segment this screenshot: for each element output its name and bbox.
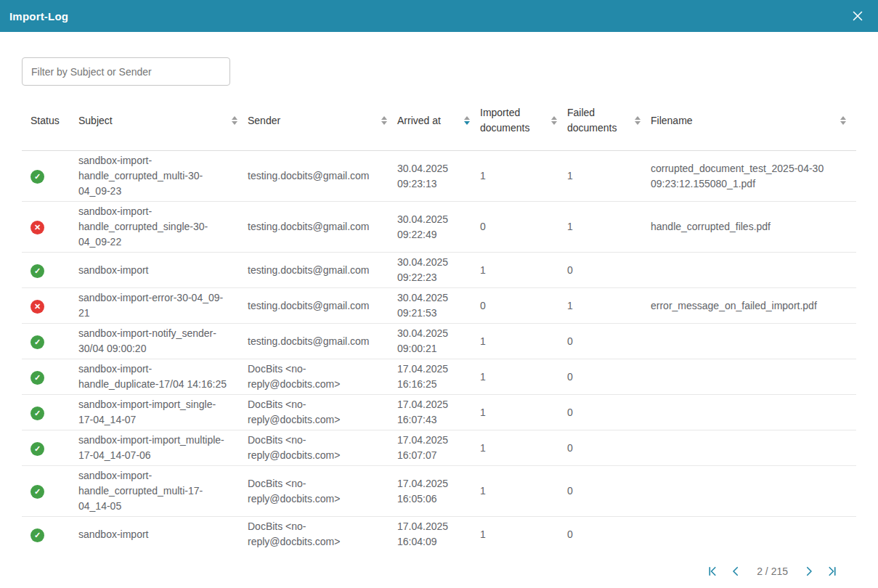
cell-filename <box>651 430 856 466</box>
cell-sender: DocBits <no-reply@docbits.com> <box>248 466 397 517</box>
cell-filename <box>651 253 856 288</box>
column-label: Arrived at <box>397 113 441 128</box>
column-label: Filename <box>651 113 693 128</box>
cell-imported-documents: 1 <box>480 324 567 359</box>
import-log-table: StatusSubjectSenderArrived atImported do… <box>22 91 856 552</box>
cell-failed-documents: 0 <box>567 253 651 288</box>
cell-sender: testing.docbits@gmail.com <box>248 324 397 359</box>
cell-imported-documents: 0 <box>480 288 567 324</box>
table-header-row: StatusSubjectSenderArrived atImported do… <box>22 91 856 151</box>
column-header-failed-documents[interactable]: Failed documents <box>567 91 651 151</box>
cell-subject: sandbox-import <box>78 517 248 552</box>
status-success-icon: ✓ <box>31 170 44 184</box>
sort-icon[interactable] <box>464 116 470 125</box>
cell-imported-documents: 1 <box>480 395 567 430</box>
status-error-icon: ✕ <box>31 221 44 234</box>
cell-sender: DocBits <no-reply@docbits.com> <box>248 359 397 395</box>
cell-imported-documents: 1 <box>480 253 567 288</box>
cell-filename: handle_corrupted_files.pdf <box>651 202 856 253</box>
cell-sender: testing.docbits@gmail.com <box>248 253 397 288</box>
last-page-button[interactable] <box>823 562 842 581</box>
sort-icon[interactable] <box>840 116 846 125</box>
cell-status: ✕ <box>22 202 78 253</box>
column-header-filename[interactable]: Filename <box>651 91 856 151</box>
cell-status: ✓ <box>22 395 78 430</box>
cell-failed-documents: 0 <box>567 324 651 359</box>
first-page-button[interactable] <box>703 562 722 581</box>
cell-sender: DocBits <no-reply@docbits.com> <box>248 430 397 466</box>
cell-sender: testing.docbits@gmail.com <box>248 151 397 202</box>
status-success-icon: ✓ <box>31 442 44 456</box>
sort-icon[interactable] <box>381 116 387 125</box>
column-label: Status <box>31 113 60 128</box>
filter-input[interactable] <box>22 57 230 86</box>
table-row: ✓sandbox-import-import_single-17-04_14-0… <box>22 395 856 430</box>
cell-status: ✓ <box>22 253 78 288</box>
modal-title: Import-Log <box>9 10 68 23</box>
sort-icon[interactable] <box>635 116 641 125</box>
cell-arrived-at: 17.04.2025 16:04:09 <box>397 517 480 552</box>
cell-status: ✓ <box>22 359 78 395</box>
cell-sender: testing.docbits@gmail.com <box>248 202 397 253</box>
column-header-imported-documents[interactable]: Imported documents <box>480 91 567 151</box>
cell-arrived-at: 17.04.2025 16:07:07 <box>397 430 480 466</box>
sort-icon[interactable] <box>551 116 557 125</box>
cell-filename <box>651 517 856 552</box>
cell-imported-documents: 1 <box>480 517 567 552</box>
table-row: ✕sandbox-import-handle_corrupted_single-… <box>22 202 856 253</box>
cell-failed-documents: 0 <box>567 466 651 517</box>
cell-status: ✓ <box>22 151 78 202</box>
cell-subject: sandbox-import-import_single-17-04_14-07 <box>78 395 248 430</box>
cell-filename <box>651 359 856 395</box>
cell-sender: testing.docbits@gmail.com <box>248 288 397 324</box>
cell-arrived-at: 30.04.2025 09:22:49 <box>397 202 480 253</box>
table-row: ✓sandbox-import-handle_duplicate-17/04 1… <box>22 359 856 395</box>
cell-failed-documents: 0 <box>567 430 651 466</box>
table-row: ✓sandbox-importtesting.docbits@gmail.com… <box>22 253 856 288</box>
cell-subject: sandbox-import-handle_corrupted_multi-17… <box>78 466 248 517</box>
column-header-arrived-at[interactable]: Arrived at <box>397 91 480 151</box>
table-row: ✓sandbox-importDocBits <no-reply@docbits… <box>22 517 856 552</box>
cell-subject: sandbox-import-import_multiple-17-04_14-… <box>78 430 248 466</box>
column-label: Sender <box>248 113 280 128</box>
cell-status: ✓ <box>22 324 78 359</box>
table-row: ✓sandbox-import-notify_sender-30/04 09:0… <box>22 324 856 359</box>
column-label: Failed documents <box>567 105 632 136</box>
table-row: ✓sandbox-import-handle_corrupted_multi-1… <box>22 466 856 517</box>
import-log-modal: Import-Log StatusSubjectSenderArrived at… <box>0 0 878 588</box>
cell-filename <box>651 466 856 517</box>
column-header-sender[interactable]: Sender <box>248 91 397 151</box>
cell-sender: DocBits <no-reply@docbits.com> <box>248 517 397 552</box>
cell-failed-documents: 0 <box>567 359 651 395</box>
cell-imported-documents: 1 <box>480 466 567 517</box>
table-row: ✓sandbox-import-handle_corrupted_multi-3… <box>22 151 856 202</box>
cell-failed-documents: 1 <box>567 151 651 202</box>
cell-imported-documents: 1 <box>480 430 567 466</box>
cell-subject: sandbox-import-notify_sender-30/04 09:00… <box>78 324 248 359</box>
column-label: Subject <box>78 113 113 128</box>
cell-status: ✓ <box>22 430 78 466</box>
cell-subject: sandbox-import-error-30-04_09-21 <box>78 288 248 324</box>
cell-imported-documents: 0 <box>480 202 567 253</box>
table-header: StatusSubjectSenderArrived atImported do… <box>22 91 856 151</box>
cell-filename <box>651 395 856 430</box>
cell-filename: error_message_on_failed_import.pdf <box>651 288 856 324</box>
status-error-icon: ✕ <box>31 300 44 314</box>
cell-arrived-at: 17.04.2025 16:05:06 <box>397 466 480 517</box>
cell-arrived-at: 17.04.2025 16:16:25 <box>397 359 480 395</box>
sort-icon[interactable] <box>232 116 237 125</box>
cell-arrived-at: 30.04.2025 09:22:23 <box>397 253 480 288</box>
close-icon[interactable] <box>850 8 866 24</box>
status-success-icon: ✓ <box>31 407 44 420</box>
cell-imported-documents: 1 <box>480 359 567 395</box>
page-indicator: 2 / 215 <box>757 565 788 577</box>
status-success-icon: ✓ <box>31 371 44 385</box>
previous-page-button[interactable] <box>726 562 745 581</box>
table-row: ✕sandbox-import-error-30-04_09-21testing… <box>22 288 856 324</box>
cell-sender: DocBits <no-reply@docbits.com> <box>248 395 397 430</box>
cell-arrived-at: 30.04.2025 09:00:21 <box>397 324 480 359</box>
column-header-subject[interactable]: Subject <box>78 91 248 151</box>
next-page-button[interactable] <box>800 562 818 581</box>
cell-filename <box>651 324 856 359</box>
cell-failed-documents: 0 <box>567 517 651 552</box>
